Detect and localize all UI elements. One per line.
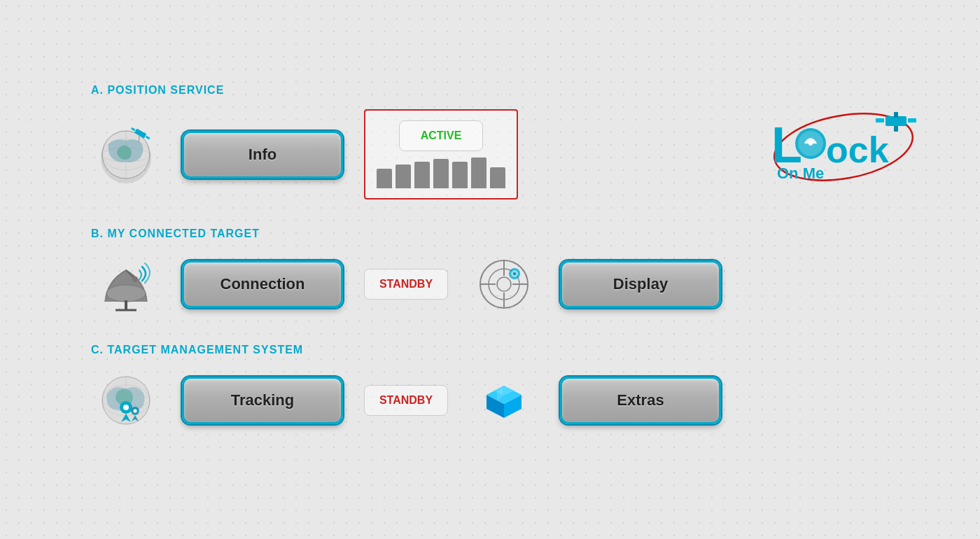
package-icon [476, 372, 532, 428]
signal-box: ACTIVE [364, 109, 518, 200]
main-container: A. POSITION SERVICE [91, 84, 889, 460]
svg-point-26 [132, 276, 138, 282]
connection-status: STANDBY [364, 269, 448, 300]
svg-rect-19 [131, 127, 136, 131]
tracking-button[interactable]: Tracking [182, 377, 343, 424]
svg-point-36 [513, 272, 516, 275]
globe-icon [94, 123, 158, 186]
svg-rect-4 [894, 112, 898, 118]
section-position-service: A. POSITION SERVICE [91, 84, 889, 200]
svg-rect-5 [894, 126, 898, 132]
section-connected-target: B. MY CONNECTED TARGET [91, 227, 889, 316]
svg-point-42 [123, 405, 129, 410]
dish-icon-area [91, 253, 161, 316]
bar-6 [471, 158, 486, 188]
svg-point-22 [106, 285, 146, 302]
svg-point-44 [134, 410, 137, 413]
bar-4 [433, 159, 449, 188]
section-b-title: B. MY CONNECTED TARGET [91, 227, 889, 240]
bar-5 [452, 162, 468, 188]
bar-1 [377, 169, 392, 188]
location-globe-icon-area [91, 369, 161, 432]
location-globe-icon [94, 369, 158, 432]
bar-3 [414, 162, 430, 188]
globe-icon-area [91, 123, 161, 186]
section-target-management: C. TARGET MANAGEMENT SYSTEM [91, 344, 889, 432]
info-button[interactable]: Info [182, 131, 343, 178]
package-icon-area [469, 372, 539, 428]
section-a-row: Info ACTIVE [91, 109, 889, 200]
bar-2 [396, 164, 411, 188]
section-c-title: C. TARGET MANAGEMENT SYSTEM [91, 344, 889, 356]
display-button[interactable]: Display [560, 260, 721, 308]
extras-button[interactable]: Extras [560, 377, 721, 424]
crosshair-icon [476, 256, 532, 312]
crosshair-icon-area [469, 256, 539, 312]
dish-icon [94, 253, 158, 316]
connection-button[interactable]: Connection [182, 260, 343, 308]
svg-point-29 [497, 277, 511, 291]
svg-rect-3 [908, 118, 916, 122]
section-b-row: Connection STANDBY [91, 253, 889, 316]
active-status: ACTIVE [399, 120, 483, 151]
svg-rect-20 [146, 135, 150, 139]
section-c-row: Tracking STANDBY [91, 369, 889, 432]
signal-bars [377, 157, 505, 188]
bar-7 [490, 167, 505, 188]
tracking-status: STANDBY [364, 385, 448, 416]
section-a-title: A. POSITION SERVICE [91, 84, 889, 97]
